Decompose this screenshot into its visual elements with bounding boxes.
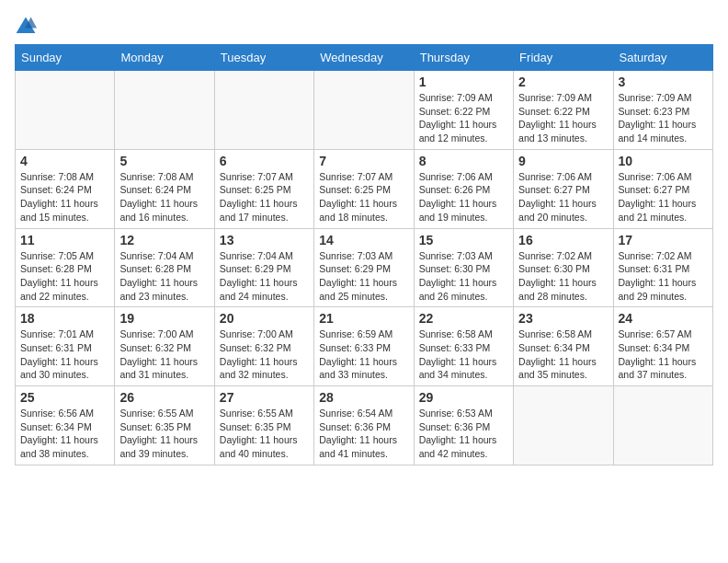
- calendar-cell: 18Sunrise: 7:01 AM Sunset: 6:31 PM Dayli…: [16, 307, 115, 386]
- calendar-cell: 21Sunrise: 6:59 AM Sunset: 6:33 PM Dayli…: [314, 307, 414, 386]
- calendar-week-4: 25Sunrise: 6:56 AM Sunset: 6:34 PM Dayli…: [16, 386, 713, 465]
- calendar-cell: [314, 71, 414, 150]
- weekday-header-thursday: Thursday: [414, 45, 513, 71]
- day-info: Sunrise: 7:00 AM Sunset: 6:32 PM Dayligh…: [119, 327, 209, 382]
- day-number: 15: [419, 233, 508, 247]
- day-info: Sunrise: 7:01 AM Sunset: 6:31 PM Dayligh…: [20, 327, 109, 382]
- calendar-cell: [514, 386, 613, 465]
- day-number: 12: [119, 233, 209, 247]
- day-info: Sunrise: 7:09 AM Sunset: 6:22 PM Dayligh…: [419, 91, 508, 145]
- day-info: Sunrise: 7:08 AM Sunset: 6:24 PM Dayligh…: [20, 170, 109, 224]
- logo: [15, 15, 40, 37]
- weekday-header-monday: Monday: [115, 45, 214, 71]
- day-info: Sunrise: 7:06 AM Sunset: 6:26 PM Dayligh…: [419, 170, 508, 224]
- day-number: 9: [518, 154, 608, 168]
- calendar-cell: 22Sunrise: 6:58 AM Sunset: 6:33 PM Dayli…: [414, 307, 513, 386]
- calendar-cell: 15Sunrise: 7:03 AM Sunset: 6:30 PM Dayli…: [414, 228, 513, 307]
- calendar-cell: [115, 71, 214, 150]
- calendar-cell: [613, 386, 712, 465]
- day-number: 2: [518, 75, 608, 89]
- day-number: 3: [619, 75, 708, 89]
- logo-icon: [15, 15, 37, 37]
- calendar-cell: 2Sunrise: 7:09 AM Sunset: 6:22 PM Daylig…: [514, 71, 613, 150]
- calendar-cell: 4Sunrise: 7:08 AM Sunset: 6:24 PM Daylig…: [16, 149, 115, 228]
- weekday-header-saturday: Saturday: [613, 45, 712, 71]
- calendar-week-3: 18Sunrise: 7:01 AM Sunset: 6:31 PM Dayli…: [16, 307, 713, 386]
- calendar-week-0: 1Sunrise: 7:09 AM Sunset: 6:22 PM Daylig…: [16, 71, 713, 150]
- calendar-cell: 26Sunrise: 6:55 AM Sunset: 6:35 PM Dayli…: [115, 386, 214, 465]
- day-info: Sunrise: 7:00 AM Sunset: 6:32 PM Dayligh…: [220, 327, 309, 382]
- day-number: 7: [319, 154, 408, 168]
- calendar-week-2: 11Sunrise: 7:05 AM Sunset: 6:28 PM Dayli…: [16, 228, 713, 307]
- day-info: Sunrise: 7:03 AM Sunset: 6:30 PM Dayligh…: [419, 249, 508, 304]
- calendar-cell: 19Sunrise: 7:00 AM Sunset: 6:32 PM Dayli…: [115, 307, 214, 386]
- day-number: 14: [319, 233, 408, 247]
- calendar-cell: 3Sunrise: 7:09 AM Sunset: 6:23 PM Daylig…: [613, 71, 712, 150]
- calendar-week-1: 4Sunrise: 7:08 AM Sunset: 6:24 PM Daylig…: [16, 149, 713, 228]
- day-number: 25: [20, 390, 109, 405]
- day-info: Sunrise: 7:04 AM Sunset: 6:28 PM Dayligh…: [119, 249, 209, 304]
- day-info: Sunrise: 7:03 AM Sunset: 6:29 PM Dayligh…: [319, 249, 408, 304]
- calendar-cell: 29Sunrise: 6:53 AM Sunset: 6:36 PM Dayli…: [414, 386, 513, 465]
- day-info: Sunrise: 7:05 AM Sunset: 6:28 PM Dayligh…: [20, 249, 109, 304]
- calendar-cell: [16, 71, 115, 150]
- day-number: 6: [220, 154, 309, 168]
- weekday-header-friday: Friday: [514, 45, 613, 71]
- calendar-cell: 14Sunrise: 7:03 AM Sunset: 6:29 PM Dayli…: [314, 228, 414, 307]
- calendar-cell: 9Sunrise: 7:06 AM Sunset: 6:27 PM Daylig…: [514, 149, 613, 228]
- day-number: 17: [619, 233, 708, 247]
- calendar-cell: 1Sunrise: 7:09 AM Sunset: 6:22 PM Daylig…: [414, 71, 513, 150]
- day-info: Sunrise: 7:09 AM Sunset: 6:22 PM Dayligh…: [518, 91, 608, 145]
- calendar-cell: 7Sunrise: 7:07 AM Sunset: 6:25 PM Daylig…: [314, 149, 414, 228]
- day-number: 20: [220, 311, 309, 326]
- day-number: 4: [20, 154, 109, 168]
- calendar-cell: 5Sunrise: 7:08 AM Sunset: 6:24 PM Daylig…: [115, 149, 214, 228]
- day-info: Sunrise: 6:58 AM Sunset: 6:34 PM Dayligh…: [518, 327, 608, 382]
- day-info: Sunrise: 6:55 AM Sunset: 6:35 PM Dayligh…: [220, 407, 309, 461]
- day-info: Sunrise: 7:07 AM Sunset: 6:25 PM Dayligh…: [319, 170, 408, 224]
- calendar-cell: 12Sunrise: 7:04 AM Sunset: 6:28 PM Dayli…: [115, 228, 214, 307]
- calendar-cell: 28Sunrise: 6:54 AM Sunset: 6:36 PM Dayli…: [314, 386, 414, 465]
- day-info: Sunrise: 6:53 AM Sunset: 6:36 PM Dayligh…: [419, 407, 508, 461]
- calendar-cell: 20Sunrise: 7:00 AM Sunset: 6:32 PM Dayli…: [214, 307, 313, 386]
- calendar-table: SundayMondayTuesdayWednesdayThursdayFrid…: [15, 44, 713, 465]
- calendar-cell: 27Sunrise: 6:55 AM Sunset: 6:35 PM Dayli…: [214, 386, 313, 465]
- calendar-cell: 25Sunrise: 6:56 AM Sunset: 6:34 PM Dayli…: [16, 386, 115, 465]
- day-info: Sunrise: 7:06 AM Sunset: 6:27 PM Dayligh…: [518, 170, 608, 224]
- day-number: 1: [419, 75, 508, 89]
- day-number: 18: [20, 311, 109, 326]
- day-number: 13: [220, 233, 309, 247]
- page-header: [15, 15, 713, 37]
- day-number: 22: [419, 311, 508, 326]
- day-number: 5: [119, 154, 209, 168]
- day-number: 27: [220, 390, 309, 405]
- calendar-cell: 13Sunrise: 7:04 AM Sunset: 6:29 PM Dayli…: [214, 228, 313, 307]
- day-number: 8: [419, 154, 508, 168]
- day-info: Sunrise: 7:02 AM Sunset: 6:30 PM Dayligh…: [518, 249, 608, 304]
- day-info: Sunrise: 7:09 AM Sunset: 6:23 PM Dayligh…: [619, 91, 708, 145]
- weekday-header-row: SundayMondayTuesdayWednesdayThursdayFrid…: [16, 45, 713, 71]
- day-number: 29: [419, 390, 508, 405]
- day-number: 24: [619, 311, 708, 326]
- day-info: Sunrise: 6:59 AM Sunset: 6:33 PM Dayligh…: [319, 327, 408, 382]
- day-info: Sunrise: 6:58 AM Sunset: 6:33 PM Dayligh…: [419, 327, 508, 382]
- day-number: 16: [518, 233, 608, 247]
- calendar-cell: 16Sunrise: 7:02 AM Sunset: 6:30 PM Dayli…: [514, 228, 613, 307]
- day-info: Sunrise: 7:06 AM Sunset: 6:27 PM Dayligh…: [619, 170, 708, 224]
- day-number: 23: [518, 311, 608, 326]
- weekday-header-wednesday: Wednesday: [314, 45, 414, 71]
- day-number: 28: [319, 390, 408, 405]
- calendar-cell: 10Sunrise: 7:06 AM Sunset: 6:27 PM Dayli…: [613, 149, 712, 228]
- day-number: 10: [619, 154, 708, 168]
- day-number: 21: [319, 311, 408, 326]
- day-number: 26: [119, 390, 209, 405]
- calendar-cell: 17Sunrise: 7:02 AM Sunset: 6:31 PM Dayli…: [613, 228, 712, 307]
- weekday-header-tuesday: Tuesday: [214, 45, 313, 71]
- day-info: Sunrise: 6:54 AM Sunset: 6:36 PM Dayligh…: [319, 407, 408, 461]
- calendar-cell: 24Sunrise: 6:57 AM Sunset: 6:34 PM Dayli…: [613, 307, 712, 386]
- day-info: Sunrise: 7:04 AM Sunset: 6:29 PM Dayligh…: [220, 249, 309, 304]
- day-info: Sunrise: 7:02 AM Sunset: 6:31 PM Dayligh…: [619, 249, 708, 304]
- calendar-cell: [214, 71, 313, 150]
- day-info: Sunrise: 7:07 AM Sunset: 6:25 PM Dayligh…: [220, 170, 309, 224]
- calendar-cell: 6Sunrise: 7:07 AM Sunset: 6:25 PM Daylig…: [214, 149, 313, 228]
